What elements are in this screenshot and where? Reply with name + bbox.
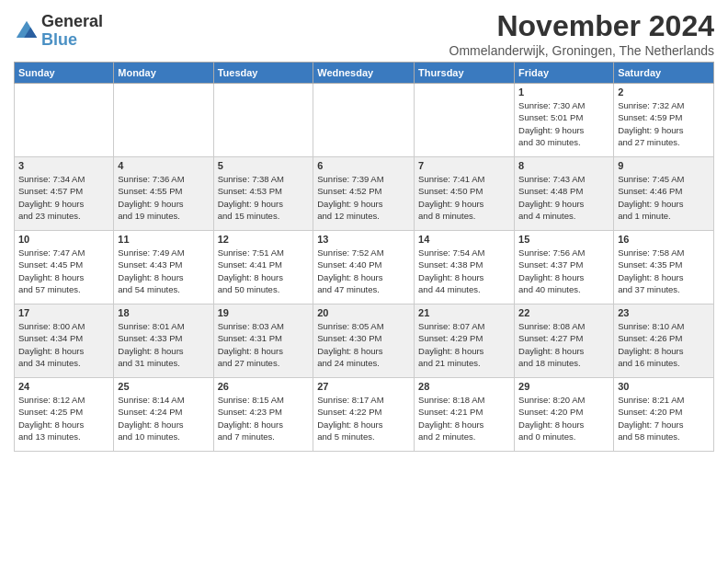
col-sunday: Sunday — [15, 63, 114, 84]
day-number: 6 — [317, 160, 410, 171]
cell-w5-d6: 30Sunrise: 8:21 AM Sunset: 4:20 PM Dayli… — [614, 378, 714, 452]
day-number: 12 — [218, 234, 310, 245]
day-info: Sunrise: 7:47 AM Sunset: 4:45 PM Dayligh… — [18, 247, 109, 295]
col-wednesday: Wednesday — [313, 63, 415, 84]
cell-w5-d4: 28Sunrise: 8:18 AM Sunset: 4:21 PM Dayli… — [415, 378, 515, 452]
day-info: Sunrise: 7:34 AM Sunset: 4:57 PM Dayligh… — [18, 173, 109, 222]
day-info: Sunrise: 7:51 AM Sunset: 4:41 PM Dayligh… — [218, 247, 310, 295]
col-thursday: Thursday — [415, 63, 515, 84]
day-number: 19 — [218, 307, 310, 318]
week-row-3: 10Sunrise: 7:47 AM Sunset: 4:45 PM Dayli… — [15, 231, 714, 304]
day-info: Sunrise: 8:20 AM Sunset: 4:20 PM Dayligh… — [518, 394, 609, 442]
cell-w5-d3: 27Sunrise: 8:17 AM Sunset: 4:22 PM Dayli… — [313, 378, 415, 452]
day-info: Sunrise: 8:12 AM Sunset: 4:25 PM Dayligh… — [18, 394, 109, 442]
day-number: 1 — [518, 86, 609, 98]
header: General Blue November 2024 Ommelanderwij… — [14, 9, 714, 58]
day-number: 20 — [317, 307, 410, 318]
day-number: 17 — [18, 307, 109, 318]
day-number: 22 — [518, 307, 609, 318]
cell-w5-d5: 29Sunrise: 8:20 AM Sunset: 4:20 PM Dayli… — [515, 378, 614, 452]
day-number: 25 — [118, 381, 209, 392]
header-row: Sunday Monday Tuesday Wednesday Thursday… — [15, 63, 714, 84]
col-monday: Monday — [114, 63, 213, 84]
cell-w4-d2: 19Sunrise: 8:03 AM Sunset: 4:31 PM Dayli… — [213, 304, 313, 378]
day-number: 26 — [218, 381, 310, 392]
calendar-body: 1Sunrise: 7:30 AM Sunset: 5:01 PM Daylig… — [15, 84, 714, 452]
cell-w3-d2: 12Sunrise: 7:51 AM Sunset: 4:41 PM Dayli… — [213, 231, 313, 304]
day-number: 21 — [418, 307, 510, 318]
day-info: Sunrise: 7:36 AM Sunset: 4:55 PM Dayligh… — [118, 173, 209, 222]
day-info: Sunrise: 8:17 AM Sunset: 4:22 PM Dayligh… — [317, 394, 410, 442]
day-info: Sunrise: 8:14 AM Sunset: 4:24 PM Dayligh… — [118, 394, 209, 442]
cell-w3-d3: 13Sunrise: 7:52 AM Sunset: 4:40 PM Dayli… — [313, 231, 415, 304]
day-number: 10 — [18, 234, 109, 245]
main-title: November 2024 — [449, 9, 714, 43]
week-row-1: 1Sunrise: 7:30 AM Sunset: 5:01 PM Daylig… — [15, 84, 714, 157]
week-row-5: 24Sunrise: 8:12 AM Sunset: 4:25 PM Dayli… — [15, 378, 714, 452]
day-info: Sunrise: 8:05 AM Sunset: 4:30 PM Dayligh… — [317, 320, 410, 369]
day-number: 27 — [317, 381, 410, 392]
cell-w3-d6: 16Sunrise: 7:58 AM Sunset: 4:35 PM Dayli… — [614, 231, 714, 304]
cell-w3-d1: 11Sunrise: 7:49 AM Sunset: 4:43 PM Dayli… — [114, 231, 213, 304]
cell-w2-d1: 4Sunrise: 7:36 AM Sunset: 4:55 PM Daylig… — [114, 157, 213, 231]
col-saturday: Saturday — [614, 63, 714, 84]
day-number: 4 — [118, 160, 209, 171]
cell-w1-d0 — [15, 84, 114, 157]
day-info: Sunrise: 8:01 AM Sunset: 4:33 PM Dayligh… — [118, 320, 209, 369]
day-info: Sunrise: 7:41 AM Sunset: 4:50 PM Dayligh… — [418, 173, 510, 222]
week-row-2: 3Sunrise: 7:34 AM Sunset: 4:57 PM Daylig… — [15, 157, 714, 231]
day-number: 3 — [18, 160, 109, 171]
day-number: 13 — [317, 234, 410, 245]
title-block: November 2024 Ommelanderwijk, Groningen,… — [449, 9, 714, 58]
cell-w3-d4: 14Sunrise: 7:54 AM Sunset: 4:38 PM Dayli… — [415, 231, 515, 304]
day-info: Sunrise: 7:56 AM Sunset: 4:37 PM Dayligh… — [518, 247, 609, 295]
cell-w2-d5: 8Sunrise: 7:43 AM Sunset: 4:48 PM Daylig… — [515, 157, 614, 231]
cell-w4-d0: 17Sunrise: 8:00 AM Sunset: 4:34 PM Dayli… — [15, 304, 114, 378]
logo-icon — [14, 18, 40, 44]
calendar-table: Sunday Monday Tuesday Wednesday Thursday… — [14, 62, 714, 452]
day-info: Sunrise: 7:54 AM Sunset: 4:38 PM Dayligh… — [418, 247, 510, 295]
day-info: Sunrise: 8:07 AM Sunset: 4:29 PM Dayligh… — [418, 320, 510, 369]
cell-w3-d0: 10Sunrise: 7:47 AM Sunset: 4:45 PM Dayli… — [15, 231, 114, 304]
cell-w4-d1: 18Sunrise: 8:01 AM Sunset: 4:33 PM Dayli… — [114, 304, 213, 378]
calendar-header: Sunday Monday Tuesday Wednesday Thursday… — [15, 63, 714, 84]
day-number: 16 — [618, 234, 710, 245]
day-info: Sunrise: 7:43 AM Sunset: 4:48 PM Dayligh… — [518, 173, 609, 222]
cell-w1-d4 — [415, 84, 515, 157]
day-info: Sunrise: 7:49 AM Sunset: 4:43 PM Dayligh… — [118, 247, 209, 295]
cell-w5-d0: 24Sunrise: 8:12 AM Sunset: 4:25 PM Dayli… — [15, 378, 114, 452]
day-number: 30 — [618, 381, 710, 392]
cell-w5-d2: 26Sunrise: 8:15 AM Sunset: 4:23 PM Dayli… — [213, 378, 313, 452]
day-info: Sunrise: 7:39 AM Sunset: 4:52 PM Dayligh… — [317, 173, 410, 222]
col-tuesday: Tuesday — [213, 63, 313, 84]
cell-w1-d5: 1Sunrise: 7:30 AM Sunset: 5:01 PM Daylig… — [515, 84, 614, 157]
day-info: Sunrise: 7:30 AM Sunset: 5:01 PM Dayligh… — [518, 99, 609, 148]
day-number: 14 — [418, 234, 510, 245]
cell-w1-d2 — [213, 84, 313, 157]
day-info: Sunrise: 7:58 AM Sunset: 4:35 PM Dayligh… — [618, 247, 710, 295]
cell-w4-d6: 23Sunrise: 8:10 AM Sunset: 4:26 PM Dayli… — [614, 304, 714, 378]
day-number: 28 — [418, 381, 510, 392]
day-number: 8 — [518, 160, 609, 171]
day-info: Sunrise: 8:10 AM Sunset: 4:26 PM Dayligh… — [618, 320, 710, 369]
cell-w5-d1: 25Sunrise: 8:14 AM Sunset: 4:24 PM Dayli… — [114, 378, 213, 452]
day-number: 29 — [518, 381, 609, 392]
page: General Blue November 2024 Ommelanderwij… — [0, 0, 728, 461]
cell-w2-d2: 5Sunrise: 7:38 AM Sunset: 4:53 PM Daylig… — [213, 157, 313, 231]
day-number: 11 — [118, 234, 209, 245]
day-number: 18 — [118, 307, 209, 318]
logo: General Blue — [14, 13, 103, 50]
day-number: 7 — [418, 160, 510, 171]
day-info: Sunrise: 8:15 AM Sunset: 4:23 PM Dayligh… — [218, 394, 310, 442]
cell-w4-d5: 22Sunrise: 8:08 AM Sunset: 4:27 PM Dayli… — [515, 304, 614, 378]
day-info: Sunrise: 7:52 AM Sunset: 4:40 PM Dayligh… — [317, 247, 410, 295]
cell-w1-d3 — [313, 84, 415, 157]
day-info: Sunrise: 8:18 AM Sunset: 4:21 PM Dayligh… — [418, 394, 510, 442]
day-info: Sunrise: 7:32 AM Sunset: 4:59 PM Dayligh… — [618, 99, 710, 148]
cell-w1-d6: 2Sunrise: 7:32 AM Sunset: 4:59 PM Daylig… — [614, 84, 714, 157]
day-number: 15 — [518, 234, 609, 245]
cell-w2-d6: 9Sunrise: 7:45 AM Sunset: 4:46 PM Daylig… — [614, 157, 714, 231]
subtitle: Ommelanderwijk, Groningen, The Netherlan… — [449, 43, 714, 58]
day-info: Sunrise: 7:38 AM Sunset: 4:53 PM Dayligh… — [218, 173, 310, 222]
cell-w3-d5: 15Sunrise: 7:56 AM Sunset: 4:37 PM Dayli… — [515, 231, 614, 304]
